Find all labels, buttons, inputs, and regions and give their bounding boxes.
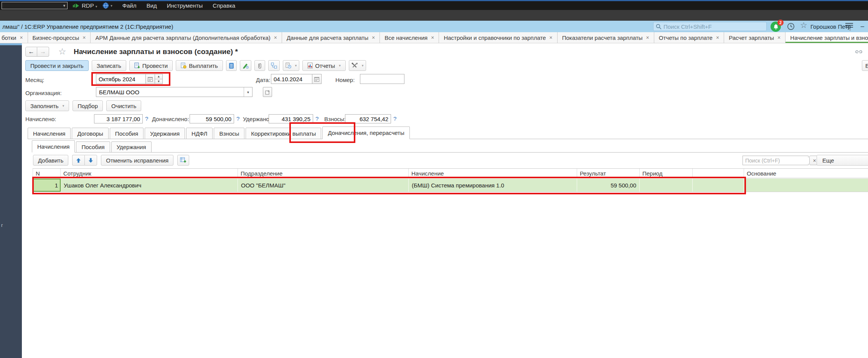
favorites-star-icon[interactable]: ☆ (800, 21, 807, 30)
department-cell[interactable]: ООО "БЕЛМАШ" (238, 179, 409, 192)
tab-benefits[interactable]: Пособия (110, 128, 144, 139)
pay-button[interactable]: Выплатить (176, 60, 223, 71)
result-cell[interactable]: 59 500,00 (577, 179, 640, 192)
undo-fixes-button[interactable]: Отменить исправления (101, 155, 173, 166)
post-and-close-button[interactable]: Провести и закрыть (25, 60, 89, 71)
tab-all-accruals[interactable]: Все начисления× (380, 32, 439, 43)
add-row-button[interactable]: Добавить (33, 155, 68, 166)
tab-payroll-data[interactable]: Данные для расчета зарплаты× (282, 32, 380, 43)
toolbar-more-button-clipped[interactable]: Еще (862, 60, 868, 71)
tab-accrual-document-active[interactable]: Начисление зарплаты и взносов (создание)… (785, 32, 868, 43)
calendar-icon[interactable] (312, 74, 322, 84)
close-icon[interactable]: × (549, 34, 552, 41)
close-icon[interactable]: × (646, 34, 649, 41)
basis-cell[interactable] (744, 179, 868, 192)
clear-button[interactable]: Очистить (106, 100, 141, 111)
column-header-department[interactable]: Подразделение (238, 169, 409, 178)
column-header-n[interactable]: N (33, 169, 61, 178)
global-search-input[interactable] (663, 23, 764, 30)
move-down-button[interactable] (84, 155, 97, 166)
column-header-period[interactable]: Период (640, 169, 693, 178)
period-cell[interactable] (640, 179, 693, 192)
minimize-button[interactable]: _ (861, 20, 864, 27)
column-header-accrual[interactable]: Начисление (409, 169, 577, 178)
globe-icon[interactable] (102, 2, 109, 9)
tab-ndfl[interactable]: НДФЛ (186, 128, 213, 139)
extra-cell[interactable] (693, 179, 744, 192)
tab-payment-corrections[interactable]: Корректировки выплаты (246, 128, 321, 139)
register-records-button[interactable] (226, 60, 237, 71)
notifications-button[interactable]: 2 (771, 21, 781, 32)
rdp-menu-button[interactable]: RDP▾ (82, 2, 97, 9)
get-link-icon[interactable] (855, 49, 863, 54)
edit-comment-button[interactable] (240, 60, 251, 71)
tab-contributions[interactable]: Взносы (214, 128, 244, 139)
close-icon[interactable]: × (777, 34, 781, 41)
close-icon[interactable]: × (372, 34, 375, 41)
close-icon[interactable]: × (431, 34, 434, 41)
tab-deductions[interactable]: Удержания (145, 128, 185, 139)
column-header-result[interactable]: Результат (577, 169, 640, 178)
main-menu-icon[interactable]: ▾ (845, 23, 853, 29)
date-input[interactable]: 04.10.2024 (271, 74, 312, 84)
save-button[interactable]: Записать (92, 60, 126, 71)
help-link[interactable]: ? (393, 115, 396, 122)
tab-arm-payroll-data[interactable]: АРМ Данные для расчета зарплаты (Дополни… (91, 32, 282, 43)
reports-button[interactable]: Отчеты ▾ (302, 60, 345, 71)
close-icon[interactable]: × (83, 34, 86, 41)
tab-accruals[interactable]: Начисления (28, 128, 71, 139)
table-row[interactable]: 1 Ушаков Олег Александрович ООО "БЕЛМАШ"… (33, 179, 868, 192)
organization-combo[interactable]: БЕЛМАШ ООО ▾ (96, 87, 252, 97)
add-column-icon-button[interactable] (177, 155, 189, 166)
back-button[interactable]: ← (25, 47, 37, 57)
history-icon[interactable] (787, 22, 795, 31)
tab-salary-indicators[interactable]: Показатели расчета зарплаты× (558, 32, 654, 43)
close-icon[interactable]: × (274, 34, 277, 41)
help-link[interactable]: ? (145, 115, 148, 122)
fill-dropdown-button[interactable]: Заполнить▾ (25, 100, 69, 111)
rdp-session-selector[interactable]: ▼ (2, 2, 68, 9)
tab-contracts[interactable]: Договоры (72, 128, 108, 139)
global-search-box[interactable] (653, 22, 767, 31)
month-input[interactable]: Октябрь 2024 (96, 74, 146, 84)
document-structure-button[interactable] (268, 60, 280, 71)
row-number-cell-selected[interactable]: 1 (33, 179, 61, 192)
close-icon[interactable]: × (20, 34, 23, 41)
subtab-deductions[interactable]: Удержания (111, 141, 152, 153)
favorite-star-icon[interactable]: ☆ (58, 46, 66, 57)
attachments-button[interactable] (254, 60, 265, 71)
pick-button[interactable]: Подбор (73, 100, 103, 111)
tab-additional-accruals-active[interactable]: Доначисления, перерасчеты (322, 126, 409, 139)
employee-cell[interactable]: Ушаков Олег Александрович (61, 179, 238, 192)
number-input[interactable] (360, 74, 404, 84)
tab-obrabotki[interactable]: ботки× (0, 32, 28, 43)
tab-business-processes[interactable]: Бизнес-процессы× (28, 32, 91, 43)
help-link[interactable]: ? (315, 115, 318, 122)
tab-salary-calculation[interactable]: Расчет зарплаты× (724, 32, 785, 43)
column-header-basis[interactable]: Основание (744, 169, 868, 178)
tab-salary-settings[interactable]: Настройки и справочники по зарплате× (439, 32, 557, 43)
column-header-empty[interactable] (693, 169, 744, 178)
subtab-benefits[interactable]: Пособия (76, 141, 110, 153)
current-user[interactable]: Горошков Петр (810, 23, 851, 30)
rdp-menu-view[interactable]: Вид (147, 2, 157, 9)
help-link[interactable]: ? (236, 115, 239, 122)
grid-search-input[interactable] (745, 158, 815, 164)
subtab-accruals-active[interactable]: Начисления (32, 140, 75, 153)
forward-button[interactable]: → (37, 47, 49, 57)
column-header-employee[interactable]: Сотрудник (61, 169, 238, 178)
move-up-button[interactable] (72, 155, 84, 166)
month-stepper[interactable]: ▲▼ (155, 74, 163, 84)
close-icon[interactable]: × (716, 34, 719, 41)
rdp-menu-tools[interactable]: Инструменты (167, 2, 203, 9)
rdp-menu-help[interactable]: Справка (213, 2, 235, 9)
post-button[interactable]: Провести (129, 60, 173, 71)
calendar-icon[interactable] (146, 74, 155, 84)
chevron-down-icon[interactable]: ▾ (244, 87, 252, 97)
document-log-dropdown[interactable]: ▾ (283, 60, 300, 71)
grid-search-box[interactable] (743, 156, 809, 165)
tab-salary-reports[interactable]: Отчеты по зарплате× (654, 32, 724, 43)
accrual-cell[interactable]: (БМШ) Система премирования 1.0 (409, 179, 577, 192)
service-tools-dropdown[interactable]: ▾ (349, 60, 366, 71)
open-organization-icon[interactable] (263, 87, 272, 97)
